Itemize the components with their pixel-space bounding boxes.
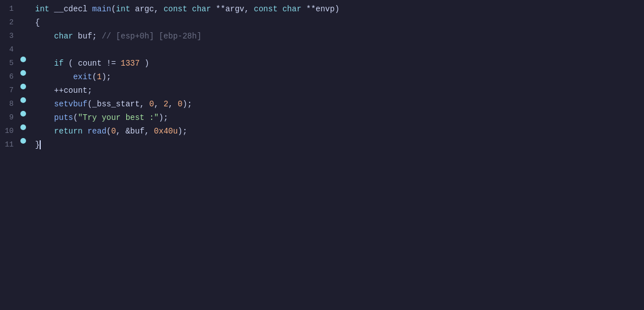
breakpoint-dot xyxy=(20,97,26,103)
token-op: != xyxy=(106,59,116,68)
token-cmt: // [esp+0h] [ebp-28h] xyxy=(102,32,201,41)
token-kw: const xyxy=(164,5,187,14)
code-content[interactable]: int __cdecl main(int argc, const char **… xyxy=(28,2,644,16)
breakpoint-dot xyxy=(20,138,26,144)
code-content[interactable]: if ( count != 1337 ) xyxy=(28,57,644,70)
token-kw: char xyxy=(54,32,74,41)
token-kw: int xyxy=(116,5,130,14)
code-content[interactable]: setvbuf(_bss_start, 0, 2, 0); xyxy=(28,97,644,111)
code-content[interactable]: return read(0, &buf, 0x40u); xyxy=(28,124,644,138)
code-content[interactable]: { xyxy=(28,16,644,29)
token-var: ) xyxy=(140,59,149,68)
token-var xyxy=(35,72,73,81)
text-cursor xyxy=(40,140,41,149)
line-number: 11 xyxy=(0,138,18,152)
breakpoint-area[interactable] xyxy=(18,70,28,76)
token-kw: char xyxy=(192,5,211,14)
breakpoint-area[interactable] xyxy=(18,138,28,144)
token-kw: return xyxy=(54,127,83,136)
token-kw: char xyxy=(282,5,302,14)
code-content[interactable]: } xyxy=(28,138,644,152)
token-var xyxy=(35,127,54,136)
breakpoint-area[interactable] xyxy=(18,111,28,117)
code-content[interactable]: ++count; xyxy=(28,84,644,97)
token-num: 1337 xyxy=(121,59,140,68)
token-kw: if xyxy=(54,59,64,68)
token-var xyxy=(35,100,54,109)
token-fn: exit xyxy=(73,72,92,81)
code-line: 9 puts("Try your best :"); xyxy=(0,111,644,124)
token-fn: setvbuf xyxy=(54,100,88,109)
token-punc: } xyxy=(35,140,40,149)
token-var: _bss_start, xyxy=(92,100,149,109)
token-var: ( count xyxy=(63,59,106,68)
token-var xyxy=(35,86,54,95)
line-number: 2 xyxy=(0,16,18,29)
breakpoint-area[interactable] xyxy=(18,124,28,130)
breakpoint-empty xyxy=(20,43,26,49)
token-punc: ( xyxy=(92,72,97,81)
line-number: 10 xyxy=(0,124,18,138)
breakpoint-area[interactable] xyxy=(18,84,28,89)
breakpoint-dot xyxy=(20,57,26,62)
token-var: , xyxy=(168,100,178,109)
line-number: 6 xyxy=(0,70,18,84)
token-var xyxy=(35,113,54,122)
breakpoint-dot xyxy=(20,84,26,89)
line-number: 7 xyxy=(0,84,18,97)
line-number: 8 xyxy=(0,97,18,111)
token-kw: int xyxy=(35,5,49,14)
token-var xyxy=(116,59,121,68)
token-punc: ( xyxy=(87,100,92,109)
code-content[interactable]: char buf; // [esp+0h] [ebp-28h] xyxy=(28,29,644,43)
code-content[interactable]: exit(1); xyxy=(28,70,644,84)
code-line: 5 if ( count != 1337 ) xyxy=(0,57,644,70)
token-punc: ); xyxy=(183,100,192,109)
token-punc: ( xyxy=(111,5,115,14)
breakpoint-empty xyxy=(20,29,26,35)
token-var: count; xyxy=(63,86,92,95)
token-var: buf, xyxy=(130,127,154,136)
token-punc: ( xyxy=(73,113,78,122)
breakpoint-area[interactable] xyxy=(18,97,28,103)
code-line: 7 ++count; xyxy=(0,84,644,97)
breakpoint-area[interactable] xyxy=(18,43,28,49)
token-punc: ); xyxy=(178,127,187,136)
token-var: **argv, xyxy=(211,5,254,14)
breakpoint-dot xyxy=(20,111,26,117)
token-num: 0 xyxy=(111,127,115,136)
token-num: 0 xyxy=(149,100,154,109)
token-str: "Try your best :" xyxy=(78,113,159,122)
code-line: 8 setvbuf(_bss_start, 0, 2, 0); xyxy=(0,97,644,111)
token-var: argc, xyxy=(130,5,164,14)
line-number: 3 xyxy=(0,29,18,43)
breakpoint-area[interactable] xyxy=(18,29,28,35)
token-var xyxy=(35,32,54,41)
code-area[interactable]: 1int __cdecl main(int argc, const char *… xyxy=(0,0,644,310)
breakpoint-area[interactable] xyxy=(18,2,28,8)
token-var: **envp) xyxy=(302,5,340,14)
token-num: 0x40u xyxy=(154,127,178,136)
code-line: 1int __cdecl main(int argc, const char *… xyxy=(0,2,644,16)
token-fn: read xyxy=(87,127,106,136)
breakpoint-area[interactable] xyxy=(18,16,28,21)
code-editor: 1int __cdecl main(int argc, const char *… xyxy=(0,0,644,310)
breakpoint-empty xyxy=(20,2,26,8)
code-content[interactable]: puts("Try your best :"); xyxy=(28,111,644,124)
token-punc: ); xyxy=(158,113,168,122)
token-num: 1 xyxy=(97,72,101,81)
code-line: 2{ xyxy=(0,16,644,29)
code-line: 10 return read(0, &buf, 0x40u); xyxy=(0,124,644,138)
token-var: buf; xyxy=(73,32,101,41)
token-var: , xyxy=(116,127,126,136)
token-num: 0 xyxy=(178,100,182,109)
token-punc: { xyxy=(35,18,40,27)
token-op: & xyxy=(126,127,130,136)
line-number: 9 xyxy=(0,111,18,124)
breakpoint-area[interactable] xyxy=(18,57,28,62)
line-number: 1 xyxy=(0,2,18,16)
breakpoint-dot xyxy=(20,70,26,76)
token-op: ++ xyxy=(54,86,64,95)
token-punc: ); xyxy=(102,72,111,81)
token-kw: const xyxy=(254,5,278,14)
